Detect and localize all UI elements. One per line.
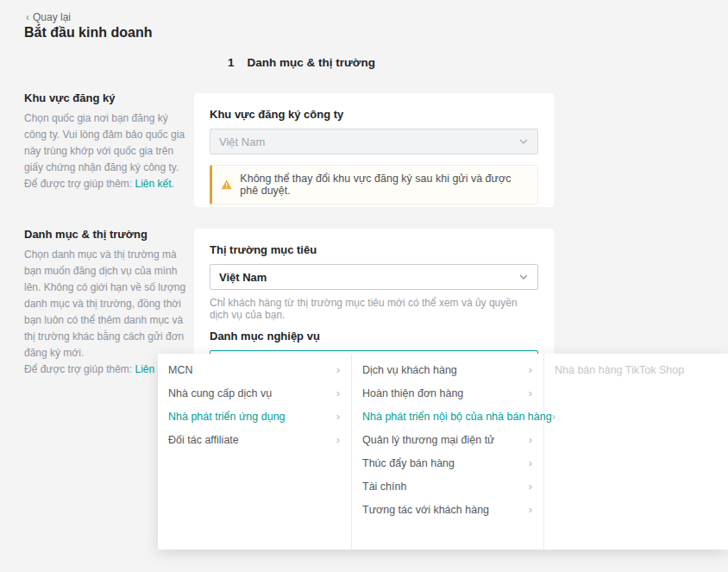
region-card: Khu vực đăng ký công ty Việt Nam Không t… [194,93,554,207]
chevron-right-icon: › [336,364,340,375]
step-indicator: 1 Danh mục & thị trường [228,56,375,69]
chevron-right-icon: › [529,387,532,399]
sidebar-region-body: Chọn quốc gia nơi bạn đăng ký công ty. V… [24,110,188,192]
menu-item-label: Tương tác với khách hàng [362,504,489,516]
warning-triangle-icon [221,179,232,191]
menu-item-label: Nhà phát triển ứng dụng [168,411,286,423]
chevron-right-icon: › [336,434,340,445]
menu-item-seller-inhouse-developer[interactable]: Nhà phát triển nội bộ của nhà bán hàng › [352,405,543,428]
region-warning-text: Không thể thay đổi khu vực đăng ký sau k… [240,173,529,197]
market-select-label: Thị trường mục tiêu [210,243,538,256]
category-cascader-dropdown: MCN › Nhà cung cấp dịch vụ › Nhà phát tr… [158,354,728,550]
menu-item-label: Quản lý thương mại điện tử [362,434,494,446]
chevron-right-icon: › [529,434,532,445]
menu-item-service-provider[interactable]: Nhà cung cấp dịch vụ › [158,381,351,405]
chevron-left-icon: ‹ [26,12,29,22]
chevron-right-icon: › [336,411,340,422]
page-title: Bắt đầu kinh doanh [24,25,152,41]
menu-item-app-developer[interactable]: Nhà phát triển ứng dụng › [158,405,351,428]
sidebar-region-suffix: . [172,178,174,190]
market-select-value: Việt Nam [219,271,267,284]
cascader-level-2: Dịch vụ khách hàng › Hoàn thiện đơn hàng… [352,354,544,550]
menu-item-label: Nhà phát triển nội bộ của nhà bán hàng [362,411,552,423]
back-link[interactable]: ‹ Quay lại [26,11,71,23]
cascader-level-1: MCN › Nhà cung cấp dịch vụ › Nhà phát tr… [158,354,352,550]
region-select[interactable]: Việt Nam [210,129,538,154]
back-link-label: Quay lại [33,11,71,23]
menu-item-label: Dịch vụ khách hàng [362,364,457,376]
sidebar-section-region: Khu vực đăng ký Chọn quốc gia nơi bạn đă… [24,91,188,192]
menu-item-customer-service[interactable]: Dịch vụ khách hàng › [352,358,543,381]
menu-item-label: Tài chính [362,481,406,493]
chevron-down-icon [518,272,529,282]
chevron-down-icon [518,136,529,147]
menu-item-customer-engagement[interactable]: Tương tác với khách hàng › [352,498,543,521]
chevron-right-icon: › [336,387,340,399]
category-select-label: Danh mục nghiệp vụ [210,330,538,343]
cascader-level-3: Nhà bán hàng TikTok Shop [544,354,728,550]
chevron-right-icon: › [529,457,532,468]
chevron-right-icon: › [529,481,532,492]
menu-item-mcn[interactable]: MCN › [158,358,351,381]
chevron-right-icon: › [529,504,532,515]
market-card: Thị trường mục tiêu Việt Nam Chỉ khách h… [194,229,554,371]
menu-item-label: Đối tác affiliate [168,434,239,446]
menu-item-label: Nhà cung cấp dịch vụ [168,387,272,399]
menu-item-affiliate-partner[interactable]: Đối tác affiliate › [158,428,351,451]
region-warning-banner: Không thể thay đổi khu vực đăng ký sau k… [210,165,538,204]
region-help-link[interactable]: Liên kết [135,178,171,190]
menu-item-label: MCN [168,364,192,376]
step-label: Danh mục & thị trường [248,56,375,69]
menu-item-order-fulfillment[interactable]: Hoàn thiện đơn hàng › [352,381,543,405]
menu-item-ecommerce-management[interactable]: Quản lý thương mại điện tử › [352,428,543,451]
region-select-value: Việt Nam [219,135,265,148]
onboarding-page: ‹ Quay lại Bắt đầu kinh doanh 1 Danh mục… [0,0,728,572]
menu-item-label: Hoàn thiện đơn hàng [362,387,463,399]
sidebar-category-help-prefix: Để được trợ giúp thêm: [24,363,135,375]
sidebar-category-text: Chọn danh mục và thị trường mà bạn muốn … [24,248,185,359]
market-select[interactable]: Việt Nam [210,264,538,290]
menu-item-sales-promotion[interactable]: Thúc đẩy bán hàng › [352,451,543,475]
market-hint-text: Chỉ khách hàng từ thị trường mục tiêu mớ… [210,297,538,321]
menu-item-finance[interactable]: Tài chính › [352,475,543,498]
step-number: 1 [228,56,235,69]
region-select-label: Khu vực đăng ký công ty [210,108,538,121]
sidebar-region-title: Khu vực đăng ký [24,91,188,104]
sidebar-category-title: Danh mục & thị trường [24,228,188,241]
menu-item-label: Nhà bán hàng TikTok Shop [555,364,684,376]
chevron-right-icon: › [529,364,532,375]
menu-item-tiktok-shop-seller[interactable]: Nhà bán hàng TikTok Shop [544,358,728,381]
menu-item-label: Thúc đẩy bán hàng [362,457,455,469]
